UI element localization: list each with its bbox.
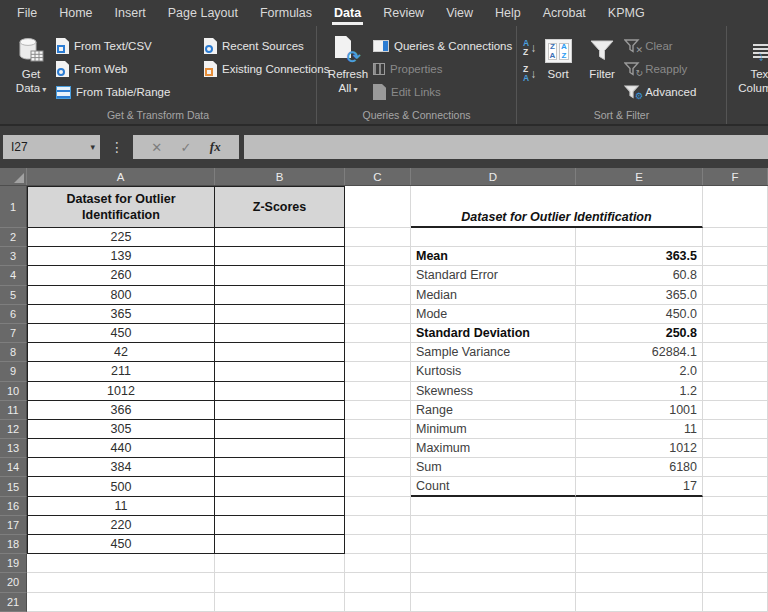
tab-kpmg[interactable]: KPMG (597, 0, 656, 26)
cell-B3[interactable] (215, 247, 345, 266)
cell-B6[interactable] (215, 305, 345, 324)
cell-F2[interactable] (703, 228, 768, 247)
cell-C17[interactable] (345, 516, 411, 535)
existing-connections-button[interactable]: Existing Connections (204, 59, 329, 79)
cell-E13[interactable]: 1012 (576, 439, 703, 458)
cell-F1[interactable] (703, 186, 768, 228)
tab-acrobat[interactable]: Acrobat (532, 0, 597, 26)
cell-E8[interactable]: 62884.1 (576, 343, 703, 362)
column-header-F[interactable]: F (703, 168, 768, 185)
cell-C16[interactable] (345, 497, 411, 516)
cell-F13[interactable] (703, 439, 768, 458)
get-data-button[interactable]: Get Data▾ (6, 31, 56, 96)
column-header-E[interactable]: E (576, 168, 703, 185)
cell-D21[interactable] (411, 593, 576, 612)
cell-F12[interactable] (703, 420, 768, 439)
cell-A7[interactable]: 450 (27, 324, 215, 343)
cell-E11[interactable]: 1001 (576, 401, 703, 420)
cell-D19[interactable] (411, 554, 576, 573)
cell-E6[interactable]: 450.0 (576, 305, 703, 324)
row-header-9[interactable]: 9 (0, 362, 27, 381)
text-to-columns-button[interactable]: ⤵ Text Columns (737, 31, 768, 96)
cell-B20[interactable] (215, 573, 345, 592)
cell-C15[interactable] (345, 477, 411, 496)
cell-F21[interactable] (703, 593, 768, 612)
cell-C6[interactable] (345, 305, 411, 324)
sort-descending-icon[interactable]: ZA↓ (523, 65, 536, 83)
row-header-7[interactable]: 7 (0, 324, 27, 343)
row-header-19[interactable]: 19 (0, 554, 27, 573)
row-header-13[interactable]: 13 (0, 439, 27, 458)
cell-A6[interactable]: 365 (27, 305, 215, 324)
cell-D10[interactable]: Skewness (411, 382, 576, 401)
tab-help[interactable]: Help (484, 0, 532, 26)
cell-D6[interactable]: Mode (411, 305, 576, 324)
recent-sources-button[interactable]: Recent Sources (204, 36, 329, 56)
tab-view[interactable]: View (435, 0, 484, 26)
cell-E16[interactable] (576, 497, 703, 516)
cell-F4[interactable] (703, 266, 768, 285)
row-header-10[interactable]: 10 (0, 382, 27, 401)
row-header-8[interactable]: 8 (0, 343, 27, 362)
cell-F16[interactable] (703, 497, 768, 516)
stats-title-cell[interactable]: Dataset for Outlier Identification (411, 186, 703, 228)
cell-C13[interactable] (345, 439, 411, 458)
cell-D15[interactable]: Count (411, 477, 576, 496)
cell-E15[interactable]: 17 (576, 477, 703, 496)
cell-B9[interactable] (215, 362, 345, 381)
cell-F10[interactable] (703, 382, 768, 401)
row-header-16[interactable]: 16 (0, 497, 27, 516)
cell-F3[interactable] (703, 247, 768, 266)
cell-D7[interactable]: Standard Deviation (411, 324, 576, 343)
cell-B5[interactable] (215, 286, 345, 305)
cell-A3[interactable]: 139 (27, 247, 215, 266)
cell-F6[interactable] (703, 305, 768, 324)
tab-insert[interactable]: Insert (104, 0, 157, 26)
cell-A5[interactable]: 800 (27, 286, 215, 305)
cell-E4[interactable]: 60.8 (576, 266, 703, 285)
cell-F14[interactable] (703, 458, 768, 477)
cell-C20[interactable] (345, 573, 411, 592)
sort-ascending-icon[interactable]: AZ↓ (523, 39, 536, 57)
cell-F7[interactable] (703, 324, 768, 343)
cell-A12[interactable]: 305 (27, 420, 215, 439)
cell-F8[interactable] (703, 343, 768, 362)
cell-D2[interactable] (411, 228, 576, 247)
row-header-5[interactable]: 5 (0, 286, 27, 305)
cell-C11[interactable] (345, 401, 411, 420)
cell-E18[interactable] (576, 535, 703, 554)
cell-A15[interactable]: 500 (27, 477, 215, 496)
cell-A4[interactable]: 260 (27, 266, 215, 285)
cell-C5[interactable] (345, 286, 411, 305)
cell-C1[interactable] (345, 186, 411, 228)
queries-connections-button[interactable]: Queries & Connections (373, 36, 512, 56)
cell-A21[interactable] (27, 593, 215, 612)
row-header-2[interactable]: 2 (0, 228, 27, 247)
cell-B18[interactable] (215, 535, 345, 554)
cancel-icon[interactable]: ✕ (151, 140, 162, 155)
cell-A19[interactable] (27, 554, 215, 573)
cell-E5[interactable]: 365.0 (576, 286, 703, 305)
tab-file[interactable]: File (6, 0, 48, 26)
cell-F9[interactable] (703, 362, 768, 381)
cell-A10[interactable]: 1012 (27, 382, 215, 401)
row-header-18[interactable]: 18 (0, 535, 27, 554)
row-header-11[interactable]: 11 (0, 401, 27, 420)
cell-A16[interactable]: 11 (27, 497, 215, 516)
cell-B10[interactable] (215, 382, 345, 401)
cell-B21[interactable] (215, 593, 345, 612)
select-all-corner[interactable] (0, 168, 27, 185)
column-header-A[interactable]: A (27, 168, 215, 185)
cell-C9[interactable] (345, 362, 411, 381)
cell-E9[interactable]: 2.0 (576, 362, 703, 381)
cell-A8[interactable]: 42 (27, 343, 215, 362)
insert-function-icon[interactable]: fx (210, 139, 221, 155)
cell-E14[interactable]: 6180 (576, 458, 703, 477)
cell-A2[interactable]: 225 (27, 228, 215, 247)
cell-C3[interactable] (345, 247, 411, 266)
cell-C14[interactable] (345, 458, 411, 477)
cell-E19[interactable] (576, 554, 703, 573)
cell-D20[interactable] (411, 573, 576, 592)
cell-D14[interactable]: Sum (411, 458, 576, 477)
cell-A14[interactable]: 384 (27, 458, 215, 477)
